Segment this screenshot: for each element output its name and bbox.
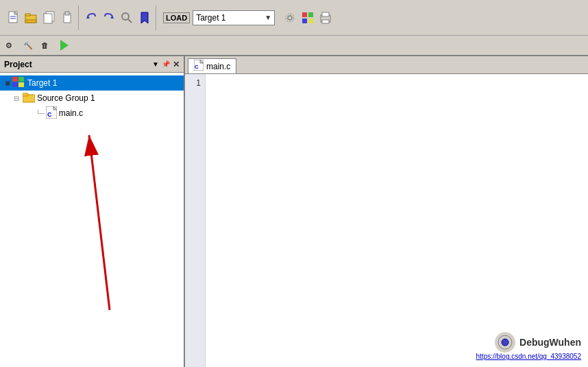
undo-button[interactable] — [83, 10, 99, 26]
sidebar-close-icon[interactable]: ✕ — [173, 60, 180, 69]
sidebar-header-controls: ▼ 📌 ✕ — [152, 60, 180, 69]
target-dropdown-value: Target 1 — [196, 13, 225, 23]
target-label: Target 1 — [27, 78, 57, 88]
line-numbers: 1 — [185, 74, 206, 367]
sidebar-dropdown-icon[interactable]: ▼ — [152, 60, 159, 68]
debug-button[interactable] — [56, 37, 73, 54]
toolbar-group-edit — [80, 5, 156, 30]
watermark-url: https://blog.csdn.net/qq_43938052 — [476, 353, 581, 360]
editor-area: C main.c 1 — [185, 56, 588, 367]
tab-file-icon: C — [194, 60, 204, 73]
target-icon — [12, 77, 25, 90]
tree-connector-file: └─ — [36, 110, 45, 117]
tree-item-target[interactable]: ▣ Target 1 — [0, 75, 184, 91]
tree-item-source-group[interactable]: ⊟ Source Group 1 — [0, 91, 184, 106]
svg-rect-18 — [302, 12, 307, 17]
sidebar-pin-icon[interactable]: 📌 — [162, 60, 170, 68]
sidebar-header: Project ▼ 📌 ✕ — [0, 56, 184, 73]
target-dropdown[interactable]: Target 1 ▼ — [193, 10, 275, 25]
tree-connector-source: ⊟ — [14, 95, 19, 102]
svg-rect-19 — [308, 12, 313, 17]
main-layout: Project ▼ 📌 ✕ ▣ — [0, 56, 588, 367]
svg-rect-34 — [23, 93, 28, 96]
watermark-logo: DebugWuhen — [495, 332, 581, 353]
watermark-name: DebugWuhen — [519, 337, 581, 348]
svg-rect-30 — [19, 77, 24, 82]
svg-rect-21 — [308, 19, 313, 23]
toolbar-group-file — [3, 5, 79, 30]
watermark: DebugWuhen https://blog.csdn.net/qq_4393… — [476, 332, 581, 360]
svg-marker-15 — [141, 12, 148, 23]
svg-text:C: C — [195, 64, 199, 70]
find-button[interactable] — [119, 10, 135, 26]
svg-rect-24 — [322, 20, 329, 23]
svg-rect-29 — [12, 77, 18, 82]
copy-button[interactable] — [41, 10, 58, 26]
svg-line-14 — [128, 19, 132, 23]
editor-content[interactable]: 1 — [185, 74, 588, 367]
secondary-toolbar: ⚙ 🔨 🗑 — [0, 36, 588, 56]
compile-button[interactable]: ⚙ — [3, 37, 19, 54]
svg-rect-6 — [25, 20, 36, 23]
bookmark-button[interactable] — [136, 10, 153, 26]
svg-rect-5 — [25, 14, 30, 16]
editor-tabs: C main.c — [185, 56, 588, 74]
colorblocks-button[interactable] — [299, 10, 316, 26]
print-button[interactable] — [317, 10, 334, 26]
target-area: LOAD Target 1 ▼ — [163, 10, 275, 25]
watermark-icon — [495, 332, 515, 353]
svg-point-17 — [286, 14, 294, 22]
svg-point-44 — [502, 339, 509, 346]
svg-rect-8 — [44, 14, 52, 23]
source-group-label: Source Group 1 — [37, 93, 95, 103]
svg-text:🔨: 🔨 — [23, 40, 33, 50]
file-label: main.c — [59, 108, 83, 118]
tree-item-main-c[interactable]: └─ C main.c — [0, 106, 184, 121]
build-button[interactable]: 🔨 — [21, 37, 37, 54]
new-file-button[interactable] — [5, 10, 22, 26]
svg-rect-10 — [65, 12, 69, 15]
clean-button[interactable]: 🗑 — [38, 37, 55, 54]
svg-text:C: C — [47, 111, 52, 118]
tab-label: main.c — [206, 62, 230, 71]
editor-tab-main-c[interactable]: C main.c — [188, 58, 236, 73]
svg-rect-20 — [302, 19, 307, 23]
code-editor[interactable] — [206, 74, 588, 367]
svg-rect-31 — [12, 82, 18, 87]
load-label: LOAD — [163, 12, 190, 23]
line-number-1: 1 — [185, 77, 205, 89]
project-panel: Project ▼ 📌 ✕ ▣ — [0, 56, 185, 367]
svg-marker-28 — [60, 40, 69, 51]
svg-rect-32 — [19, 82, 24, 87]
target-expand-icon: ▣ — [3, 78, 12, 88]
folder-icon — [23, 92, 35, 105]
settings-button[interactable] — [282, 10, 298, 26]
svg-rect-23 — [322, 12, 329, 16]
svg-point-16 — [288, 16, 292, 20]
main-toolbar: LOAD Target 1 ▼ — [0, 0, 588, 36]
redo-button[interactable] — [101, 10, 117, 26]
svg-point-13 — [122, 13, 129, 20]
project-tree: ▣ Target 1 ⊟ — [0, 73, 184, 367]
svg-text:⚙: ⚙ — [5, 41, 12, 49]
svg-text:🗑: 🗑 — [41, 41, 49, 49]
sidebar-title: Project — [4, 60, 32, 69]
paste-button[interactable] — [59, 10, 75, 26]
file-icon: C — [46, 106, 57, 121]
open-file-button[interactable] — [23, 10, 40, 26]
toolbar-group-build — [279, 5, 336, 30]
target-dropdown-arrow: ▼ — [265, 14, 271, 21]
